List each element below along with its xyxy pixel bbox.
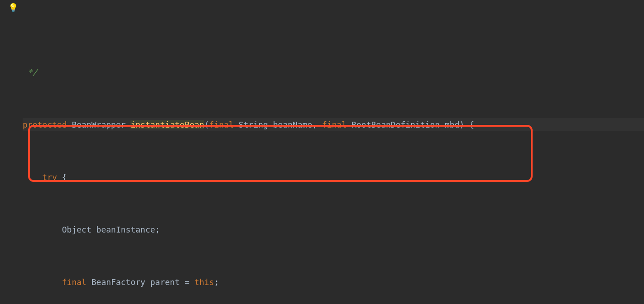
code-line: protected BeanWrapper instantiateBean(fi… bbox=[23, 118, 644, 131]
code-line: final BeanFactory parent = this; bbox=[23, 276, 644, 289]
code-line: Object beanInstance; bbox=[23, 223, 644, 236]
code-line: */ bbox=[23, 66, 644, 79]
intention-bulb-icon[interactable]: 💡 bbox=[8, 1, 18, 14]
code-line: try { bbox=[23, 171, 644, 184]
code-editor[interactable]: 💡 */ protected BeanWrapper instantiateBe… bbox=[0, 0, 644, 304]
